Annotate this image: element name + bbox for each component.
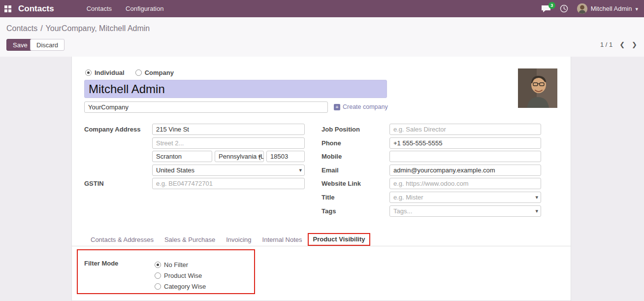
navbar-menus: Contacts Configuration [80, 0, 171, 17]
messages-count-badge: 3 [548, 2, 555, 9]
contact-image[interactable] [518, 68, 557, 108]
radio-icon [85, 69, 92, 76]
gstin-input[interactable] [152, 178, 305, 189]
title-select[interactable]: e.g. Mister [389, 192, 541, 203]
pager-next-icon[interactable] [632, 39, 637, 50]
content-area: Individual Company Create company [0, 57, 644, 301]
phone-input[interactable] [389, 137, 541, 149]
user-avatar [577, 3, 587, 14]
contact-name-input[interactable] [84, 80, 387, 98]
website-link-input[interactable] [389, 178, 541, 189]
radio-product-wise[interactable]: Product Wise [155, 270, 206, 281]
street-input[interactable] [152, 124, 305, 135]
company-type-radios: Individual Company [85, 69, 174, 76]
chevron-down-icon [635, 5, 638, 12]
control-panel: Contacts/YourCompany, Mitchell Admin Sav… [0, 17, 644, 57]
breadcrumb: Contacts/YourCompany, Mitchell Admin [6, 24, 150, 33]
company-name-input[interactable] [84, 101, 328, 113]
tab-sales-purchase[interactable]: Sales & Purchase [159, 234, 221, 246]
menu-configuration[interactable]: Configuration [119, 0, 170, 17]
tags-label: Tags [322, 207, 336, 215]
clock-icon [560, 4, 568, 13]
breadcrumb-parent[interactable]: Contacts [6, 24, 37, 33]
job-position-label: Job Position [322, 126, 360, 133]
title-label: Title [322, 194, 335, 201]
breadcrumb-separator: / [40, 24, 42, 33]
user-menu[interactable]: Mitchell Admin [577, 3, 638, 14]
radio-company[interactable]: Company [135, 69, 174, 76]
apps-menu-icon[interactable] [4, 5, 11, 12]
phone-label: Phone [322, 139, 341, 147]
city-input[interactable] [152, 151, 212, 162]
radio-no-filter[interactable]: No Filter [155, 259, 206, 270]
create-company-link[interactable]: Create company [334, 103, 388, 110]
activities-icon[interactable] [560, 4, 568, 13]
navbar-systray: 3 Mitchell Admin [541, 3, 644, 14]
pager-previous-icon[interactable] [619, 39, 625, 50]
tab-product-visibility[interactable]: Product Visibility [308, 233, 371, 246]
tab-internal-notes[interactable]: Internal Notes [257, 234, 308, 246]
street2-input[interactable] [152, 137, 305, 149]
radio-icon [135, 69, 142, 76]
app-brand[interactable]: Contacts [18, 4, 54, 14]
pager-count: 1 / 1 [600, 41, 612, 48]
zip-input[interactable] [266, 151, 305, 162]
radio-individual[interactable]: Individual [85, 69, 125, 76]
radio-icon [155, 272, 161, 279]
notebook-tabs: Contacts & Addresses Sales & Purchase In… [85, 233, 370, 246]
breadcrumb-current: YourCompany, Mitchell Admin [46, 24, 150, 33]
job-position-input[interactable] [389, 124, 541, 135]
pager: 1 / 1 [600, 39, 637, 50]
form-sheet: Individual Company Create company [71, 57, 571, 301]
messages-icon[interactable]: 3 [541, 5, 551, 13]
email-input[interactable] [389, 165, 541, 176]
country-select[interactable]: United States [152, 165, 305, 176]
tags-select[interactable]: Tags... [389, 205, 541, 217]
email-label: Email [322, 167, 339, 174]
menu-contacts[interactable]: Contacts [80, 0, 119, 17]
radio-category-wise[interactable]: Category Wise [155, 281, 206, 292]
gstin-label: GSTIN [84, 180, 104, 187]
filter-mode-label: Filter Mode [84, 260, 118, 267]
tab-invoicing[interactable]: Invoicing [221, 234, 257, 246]
website-link-label: Website Link [322, 180, 361, 187]
radio-icon [155, 283, 161, 290]
user-name: Mitchell Admin [591, 5, 632, 12]
discard-button[interactable]: Discard [30, 39, 64, 51]
state-select[interactable]: Pennsylvania (L [215, 151, 264, 162]
top-navbar: Contacts Contacts Configuration 3 [0, 0, 644, 17]
mobile-input[interactable] [389, 151, 541, 162]
tab-contacts-addresses[interactable]: Contacts & Addresses [85, 234, 159, 246]
radio-icon [155, 262, 161, 268]
plus-square-icon [334, 104, 340, 110]
company-address-label: Company Address [84, 126, 140, 133]
tabs-divider [72, 246, 571, 246]
filter-mode-radios: No Filter Product Wise Category Wise [155, 259, 206, 292]
mobile-label: Mobile [322, 153, 342, 160]
